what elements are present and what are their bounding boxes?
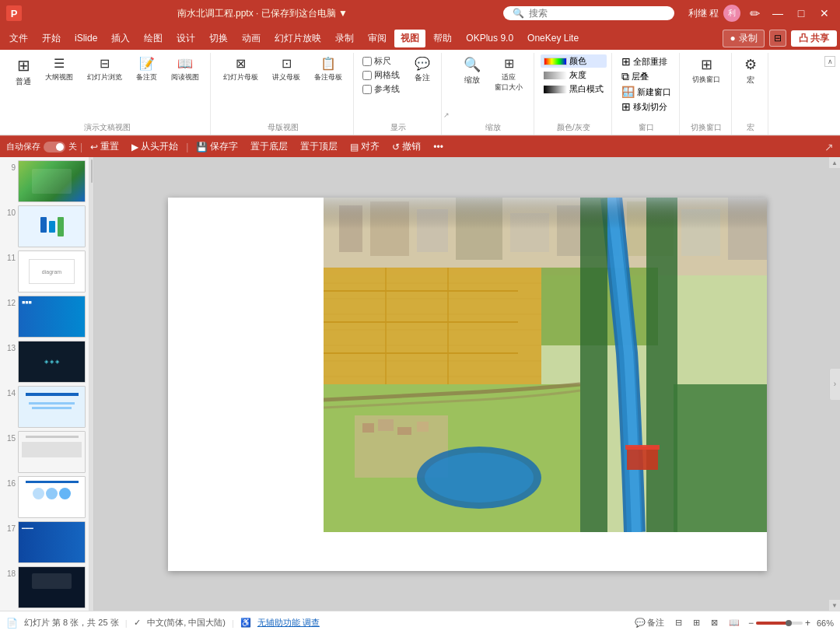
checkbox-gridlines[interactable]: 网格线 bbox=[360, 68, 402, 82]
user-avatar[interactable]: 利 bbox=[723, 5, 740, 22]
version-chevron[interactable]: ▼ bbox=[338, 8, 348, 19]
ribbon-btn-notes-master[interactable]: 📋 备注母板 bbox=[308, 54, 348, 84]
autosave-toggle[interactable] bbox=[44, 142, 65, 152]
ribbon-btn-slide-sorter[interactable]: ⊟ 幻灯片浏览 bbox=[81, 54, 128, 84]
notes-toggle-button[interactable]: 💬 备注 bbox=[632, 616, 667, 629]
menu-item-help[interactable]: 帮助 bbox=[427, 30, 458, 47]
slide-image-10[interactable] bbox=[18, 205, 86, 247]
slide-image-11[interactable]: diagram bbox=[18, 250, 86, 292]
zoom-track[interactable] bbox=[756, 622, 803, 625]
ribbon-btn-new-window[interactable]: 🪟新建窗口 bbox=[618, 85, 674, 99]
slide-image-12[interactable]: ■■■ bbox=[18, 296, 86, 338]
slide-thumb-9[interactable]: 9 bbox=[3, 160, 86, 202]
undo-button[interactable]: ↩重置 bbox=[86, 139, 124, 154]
slide-thumb-13[interactable]: 13 ◈ ◈ ◈ bbox=[3, 341, 86, 383]
slide-image-16[interactable] bbox=[18, 476, 86, 518]
record-button[interactable]: ●录制 bbox=[723, 30, 764, 47]
search-bar[interactable]: 🔍 bbox=[503, 6, 674, 20]
zoom-in-button[interactable]: + bbox=[805, 618, 810, 629]
slide-image-17[interactable]: ━━━ bbox=[18, 521, 86, 563]
rotate-btn[interactable]: ↺撤销 bbox=[387, 139, 425, 154]
ribbon-btn-fit-window[interactable]: ⊞ 适应窗口大小 bbox=[488, 54, 529, 94]
save-btn[interactable]: 💾保存字 bbox=[191, 139, 243, 154]
ribbon-btn-notes-show[interactable]: 💬 备注 bbox=[408, 54, 436, 85]
checkbox-ruler[interactable]: 标尺 bbox=[360, 54, 402, 68]
ribbon-btn-slide-master[interactable]: ⊠ 幻灯片母板 bbox=[217, 54, 264, 84]
ribbon-btn-macro[interactable]: ⚙ 宏 bbox=[738, 54, 763, 87]
share-button[interactable]: 凸 共享 bbox=[791, 30, 837, 47]
close-button[interactable]: ✕ bbox=[815, 4, 834, 23]
view-btn-reader[interactable]: ⊠ bbox=[709, 617, 720, 629]
menu-item-okplus[interactable]: OKPlus 9.0 bbox=[460, 30, 520, 46]
menu-item-animation[interactable]: 动画 bbox=[236, 30, 267, 47]
menu-item-start[interactable]: 开始 bbox=[36, 30, 67, 47]
zoom-handle[interactable] bbox=[786, 620, 792, 626]
ribbon-btn-arrange-all[interactable]: ⊞全部重排 bbox=[618, 54, 674, 68]
menu-item-transition[interactable]: 切换 bbox=[203, 30, 234, 47]
slide-thumb-15[interactable]: 15 bbox=[3, 431, 86, 473]
slide-image-15[interactable] bbox=[18, 431, 86, 473]
slide-thumb-12[interactable]: 12 ■■■ bbox=[3, 296, 86, 338]
slide-thumb-14[interactable]: 14 bbox=[3, 386, 86, 428]
menu-item-draw[interactable]: 绘图 bbox=[138, 30, 169, 47]
menu-item-design[interactable]: 设计 bbox=[170, 30, 201, 47]
slide-thumb-16[interactable]: 16 bbox=[3, 476, 86, 518]
slide-thumb-18[interactable]: 18 bbox=[3, 566, 86, 608]
ribbon-btn-blackwhite[interactable]: 黑白模式 bbox=[541, 82, 607, 96]
maximize-button[interactable]: □ bbox=[792, 4, 810, 23]
slide-panel[interactable]: 9 10 11 bbox=[0, 157, 89, 611]
top-layer-btn[interactable]: 置于顶层 bbox=[296, 139, 342, 154]
slide-thumb-10[interactable]: 10 bbox=[3, 205, 86, 247]
ribbon-collapse-button[interactable]: ∧ bbox=[824, 56, 835, 67]
zoom-percentage[interactable]: 66% bbox=[817, 618, 834, 628]
right-panel-toggle[interactable]: › bbox=[829, 369, 840, 400]
ribbon-btn-notes[interactable]: 📝 备注页 bbox=[130, 54, 163, 84]
menu-item-record[interactable]: 录制 bbox=[329, 30, 360, 47]
edit-icon[interactable]: ✏ bbox=[745, 4, 764, 23]
bottom-scroll-arrow[interactable]: ▼ bbox=[829, 600, 840, 611]
ribbon-btn-grayscale[interactable]: 灰度 bbox=[541, 68, 607, 82]
slide-image-13[interactable]: ◈ ◈ ◈ bbox=[18, 341, 86, 383]
menu-item-insert[interactable]: 插入 bbox=[105, 30, 136, 47]
slide-thumb-17[interactable]: 17 ━━━ bbox=[3, 521, 86, 563]
menu-item-review[interactable]: 审阅 bbox=[362, 30, 393, 47]
slide-image-18[interactable] bbox=[18, 566, 86, 608]
ribbon-btn-switch-window[interactable]: ⊞ 切换窗口 bbox=[686, 54, 726, 86]
menu-item-slideshow[interactable]: 幻灯片放映 bbox=[268, 30, 327, 47]
menu-item-view[interactable]: 视图 bbox=[394, 30, 425, 47]
ribbon-btn-handout-master[interactable]: ⊡ 讲义母板 bbox=[266, 54, 306, 84]
menu-item-onekey[interactable]: OneKey Lite bbox=[521, 30, 585, 46]
more-qa-btn[interactable]: ••• bbox=[429, 141, 448, 153]
menu-item-file[interactable]: 文件 bbox=[3, 30, 34, 47]
minimize-button[interactable]: — bbox=[768, 4, 787, 23]
menu-item-islide[interactable]: iSlide bbox=[68, 30, 103, 46]
ribbon-toolbar: ⊞ 普通 ☰ 大纲视图 ⊟ 幻灯片浏览 📝 备注页 📖 阅读视图 bbox=[0, 50, 840, 135]
search-input[interactable] bbox=[529, 8, 638, 19]
slide-photo[interactable] bbox=[324, 198, 767, 532]
align-btn[interactable]: ▤对齐 bbox=[345, 139, 384, 154]
ribbon-btn-split[interactable]: ⊞移划切分 bbox=[618, 100, 674, 114]
view-btn-sorter[interactable]: ⊞ bbox=[691, 617, 702, 629]
ribbon-btn-outline[interactable]: ☰ 大纲视图 bbox=[39, 54, 79, 84]
from-start-button[interactable]: ▶从头开始 bbox=[127, 139, 183, 154]
bottom-layer-btn[interactable]: 置于底层 bbox=[246, 139, 292, 154]
ribbon-btn-cascade[interactable]: ⧉层叠 bbox=[618, 69, 674, 84]
ribbon-btn-color[interactable]: 颜色 bbox=[541, 54, 607, 68]
top-scroll-arrow[interactable]: ▲ bbox=[829, 157, 840, 168]
checkbox-guides[interactable]: 参考线 bbox=[360, 82, 402, 96]
show-group-expander[interactable]: ↗ bbox=[443, 53, 451, 135]
view-btn-present[interactable]: 📖 bbox=[726, 617, 742, 629]
record-extra-button[interactable]: ⊟ bbox=[769, 30, 786, 47]
ribbon-btn-zoom[interactable]: 🔍 缩放 bbox=[457, 54, 487, 87]
svg-rect-23 bbox=[362, 423, 374, 433]
accessibility-text[interactable]: 无辅助功能 调查 bbox=[257, 617, 320, 629]
ribbon-btn-normal[interactable]: ⊞ 普通 bbox=[9, 54, 37, 89]
slide-image-9[interactable] bbox=[18, 160, 86, 202]
zoom-out-button[interactable]: − bbox=[748, 618, 754, 629]
slide-image-14[interactable] bbox=[18, 386, 86, 428]
slide-canvas[interactable] bbox=[168, 198, 767, 571]
view-btn-normal[interactable]: ⊟ bbox=[673, 617, 684, 629]
slide-thumb-11[interactable]: 11 diagram bbox=[3, 250, 86, 292]
window-buttons: ⊞全部重排 ⧉层叠 🪟新建窗口 ⊞移划切分 bbox=[618, 54, 674, 121]
ribbon-btn-reading[interactable]: 📖 阅读视图 bbox=[165, 54, 205, 84]
